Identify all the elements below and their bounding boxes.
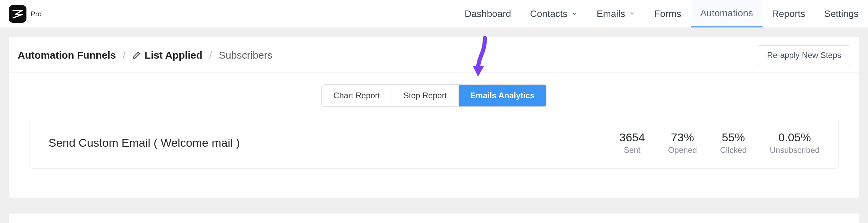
report-tab-group: Chart Report Step Report Emails Analytic… xyxy=(321,84,546,107)
edit-icon[interactable] xyxy=(132,51,141,60)
stat-unsubscribed: 0.05% Unsubscribed xyxy=(770,131,820,155)
email-row-stats: 3654 Sent 73% Opened 55% Clicked 0.05% U… xyxy=(619,131,820,155)
email-row[interactable]: Send Custom Email ( Welcome mail ) 3654 … xyxy=(29,117,839,169)
breadcrumb-bar: Automation Funnels / List Applied / Subs… xyxy=(9,37,859,73)
breadcrumb-tab[interactable]: Subscribers xyxy=(219,49,272,61)
breadcrumb-root[interactable]: Automation Funnels xyxy=(18,49,116,61)
stat-opened-label: Opened xyxy=(668,145,697,155)
nav-dashboard[interactable]: Dashboard xyxy=(455,0,520,27)
tab-step-report[interactable]: Step Report xyxy=(392,85,459,106)
tab-emails-analytics[interactable]: Emails Analytics xyxy=(459,85,546,106)
stat-sent-label: Sent xyxy=(619,145,645,155)
stat-sent: 3654 Sent xyxy=(619,131,645,155)
stat-opened: 73% Opened xyxy=(668,131,697,155)
app-logo-icon[interactable] xyxy=(9,5,26,23)
tab-chart-report[interactable]: Chart Report xyxy=(322,85,392,106)
breadcrumb-current-label: List Applied xyxy=(144,49,202,61)
breadcrumb-separator: / xyxy=(123,49,125,61)
stat-clicked-label: Clicked xyxy=(720,145,747,155)
chevron-down-icon xyxy=(571,8,578,19)
nav-contacts[interactable]: Contacts xyxy=(520,0,587,27)
page-body: Automation Funnels / List Applied / Subs… xyxy=(0,28,868,223)
nav-emails-label: Emails xyxy=(597,8,625,19)
app-plan-label: Pro xyxy=(31,10,42,18)
automation-panel: Automation Funnels / List Applied / Subs… xyxy=(9,37,859,198)
nav-emails[interactable]: Emails xyxy=(587,0,645,27)
nav-forms[interactable]: Forms xyxy=(645,0,691,27)
breadcrumb-separator: / xyxy=(209,49,212,61)
stat-unsub-label: Unsubscribed xyxy=(770,145,820,155)
nav-reports[interactable]: Reports xyxy=(763,0,815,27)
breadcrumb-current[interactable]: List Applied xyxy=(132,49,202,61)
reapply-new-steps-button[interactable]: Re-apply New Steps xyxy=(758,45,850,65)
stat-opened-value: 73% xyxy=(668,131,697,144)
secondary-panel xyxy=(9,214,859,223)
stat-unsub-value: 0.05% xyxy=(770,131,820,144)
nav-settings[interactable]: Settings xyxy=(815,0,868,27)
report-tabs: Chart Report Step Report Emails Analytic… xyxy=(9,73,859,117)
nav-automations[interactable]: Automations xyxy=(691,0,763,27)
top-nav: Pro Dashboard Contacts Emails Forms Auto… xyxy=(0,0,868,28)
email-list: Send Custom Email ( Welcome mail ) 3654 … xyxy=(9,117,859,198)
chevron-down-icon xyxy=(629,8,635,19)
email-row-title: Send Custom Email ( Welcome mail ) xyxy=(48,136,240,149)
stat-clicked: 55% Clicked xyxy=(720,131,747,155)
nav-contacts-label: Contacts xyxy=(530,8,568,19)
stat-sent-value: 3654 xyxy=(619,131,645,144)
stat-clicked-value: 55% xyxy=(720,131,747,144)
